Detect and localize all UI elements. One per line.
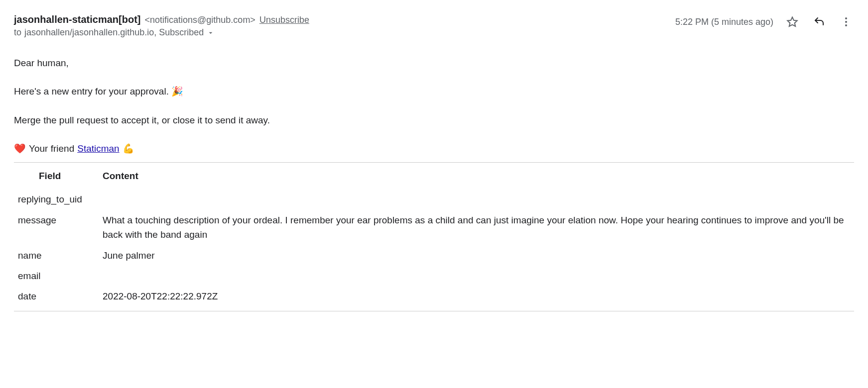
heart-icon: ❤️ xyxy=(14,141,26,156)
svg-point-1 xyxy=(845,21,847,23)
table-row: replying_to_uid xyxy=(14,189,854,209)
recipient-text: jasonhallen/jasonhallen.github.io, Subsc… xyxy=(24,27,204,38)
email-header: jasonhallen-staticman[bot] <notification… xyxy=(14,14,854,38)
flex-icon: 💪 xyxy=(123,141,134,156)
table-header-field: Field xyxy=(14,163,99,189)
divider-bottom xyxy=(14,311,854,311)
signoff-prefix: Your friend xyxy=(29,141,74,156)
svg-point-2 xyxy=(845,24,847,26)
show-details-icon[interactable] xyxy=(207,29,215,37)
table-row: email xyxy=(14,266,854,286)
field-name: replying_to_uid xyxy=(14,189,99,209)
fields-table: Field Content replying_to_uid message Wh… xyxy=(14,163,854,311)
reply-icon[interactable] xyxy=(811,14,827,30)
unsubscribe-link[interactable]: Unsubscribe xyxy=(259,15,309,25)
sender-email: <notifications@github.com> xyxy=(144,15,255,25)
signoff-line: ❤️ Your friend Staticman 💪 xyxy=(14,141,854,156)
sender-name: jasonhallen-staticman[bot] xyxy=(14,14,140,25)
greeting: Dear human, xyxy=(14,56,854,70)
field-content: 2022-08-20T22:22:22.972Z xyxy=(99,286,854,310)
staticman-link[interactable]: Staticman xyxy=(77,141,119,156)
header-actions: 5:22 PM (5 minutes ago) xyxy=(675,14,854,30)
recipient-prefix: to xyxy=(14,27,21,38)
field-name: date xyxy=(14,286,99,310)
table-row: name June palmer xyxy=(14,245,854,266)
sender-line: jasonhallen-staticman[bot] <notification… xyxy=(14,14,675,25)
field-content: June palmer xyxy=(99,245,854,266)
field-content: What a touching description of your orde… xyxy=(99,210,854,245)
recipient-line[interactable]: to jasonhallen/jasonhallen.github.io, Su… xyxy=(14,27,675,38)
field-name: email xyxy=(14,266,99,286)
field-content xyxy=(99,266,854,286)
table-row: date 2022-08-20T22:22:22.972Z xyxy=(14,286,854,310)
email-body: Dear human, Here's a new entry for your … xyxy=(14,56,854,311)
body-line-2: Merge the pull request to accept it, or … xyxy=(14,113,854,127)
field-content xyxy=(99,189,854,209)
table-row: message What a touching description of y… xyxy=(14,210,854,245)
timestamp: 5:22 PM (5 minutes ago) xyxy=(675,17,773,27)
field-name: message xyxy=(14,210,99,245)
field-name: name xyxy=(14,245,99,266)
more-icon[interactable] xyxy=(838,14,854,30)
table-header-content: Content xyxy=(99,163,854,189)
svg-point-0 xyxy=(845,17,847,19)
star-icon[interactable] xyxy=(784,14,800,30)
header-sender-block: jasonhallen-staticman[bot] <notification… xyxy=(14,14,675,38)
body-line-1: Here's a new entry for your approval. 🎉 xyxy=(14,84,854,98)
